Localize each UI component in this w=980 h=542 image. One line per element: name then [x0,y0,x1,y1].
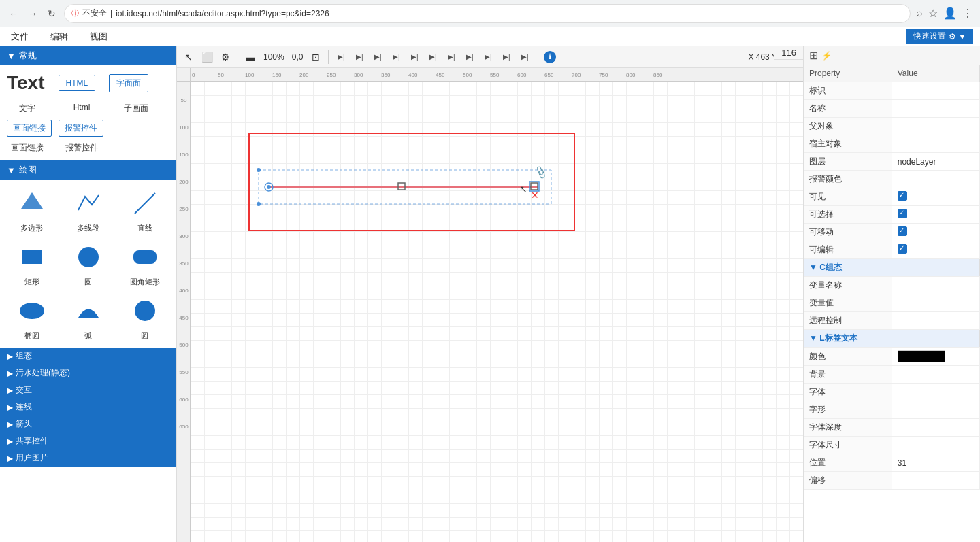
fit-tool[interactable]: ⊡ [308,49,324,65]
svg-text:800: 800 [626,72,636,78]
shape-rect[interactable]: 矩形 [7,240,56,287]
svg-text:100: 100 [179,124,189,131]
group-label-6: 共享控件 [16,435,48,447]
prop-value[interactable] [892,401,979,419]
svg-text:200: 200 [299,72,309,78]
prop-value[interactable] [892,348,979,366]
prop-value[interactable] [892,118,979,135]
prop-value[interactable]: 31 [892,454,979,472]
svg-text:350: 350 [381,72,391,78]
tool10[interactable]: ▶| [498,49,514,65]
shape-polygon[interactable]: 多边形 [7,186,56,233]
svg-text:250: 250 [327,72,336,78]
prop-value[interactable] [892,241,979,259]
tool2[interactable]: ▶| [351,49,368,65]
select-tool[interactable]: ↖ [180,49,197,65]
general-section-header[interactable]: ▼ 常规 [0,46,176,65]
shape-ellipse[interactable]: 椭圆 [7,294,56,341]
font-btn[interactable]: 字面面 [109,74,148,92]
menu-file[interactable]: 文件 [7,28,33,46]
forward-button[interactable]: → [26,7,39,20]
color-swatch-颜色[interactable] [898,350,945,362]
checkbox-可编辑[interactable] [898,244,907,254]
shape-rounded-rect[interactable]: 圆角矩形 [120,240,169,287]
tool7[interactable]: ▶| [443,49,459,65]
property-panel-scroll[interactable]: Property Value 标识 名称 父对象 [804,65,980,542]
html-btn[interactable]: HTML [59,75,96,91]
prop-value[interactable] [892,277,979,294]
prop-name: 变量值 [804,294,892,312]
menu-view[interactable]: 视图 [86,28,112,46]
tool6[interactable]: ▶| [425,49,441,65]
checkbox-可移动[interactable] [898,226,907,236]
group-组态[interactable]: ▶ 组态 [0,348,176,365]
minus-tool[interactable]: ▬ [242,49,259,65]
svg-rect-4 [133,250,157,264]
group-交互[interactable]: ▶ 交互 [0,382,176,399]
menu-icon[interactable]: ⋮ [962,7,973,20]
group-箭头[interactable]: ▶ 箭头 [0,416,176,433]
rect-label: 矩形 [24,277,39,287]
prop-value[interactable] [892,224,979,241]
prop-value[interactable] [892,294,979,312]
prop-value[interactable] [892,472,979,490]
prop-name: 可见 [804,188,892,206]
address-bar[interactable]: ⓘ 不安全 | iot.idosp.net/html/scada/editor.… [64,4,911,23]
tool1[interactable]: ▶| [333,49,349,65]
search-icon[interactable]: ⌕ [916,7,923,20]
prop-value[interactable] [892,366,979,384]
menu-edit[interactable]: 编辑 [46,28,72,46]
shape-circle2[interactable]: 圆 [120,294,169,341]
tool11[interactable]: ▶| [517,49,533,65]
prop-value[interactable] [892,206,979,224]
bookmark-icon[interactable]: ☆ [928,7,938,20]
svg-text:↖: ↖ [519,184,527,194]
quick-setting-btn[interactable]: 快速设置 ⚙ ▼ [906,29,973,44]
prop-value[interactable] [892,437,979,454]
tool5[interactable]: ▶| [406,49,423,65]
prop-value[interactable] [892,419,979,437]
tool4[interactable]: ▶| [388,49,404,65]
right-panel: ⊞ ⚡ Property Value 标识 名称 [803,46,980,542]
prop-value[interactable] [892,384,979,401]
account-icon[interactable]: 👤 [943,7,957,20]
frame-tool[interactable]: ⬜ [199,49,215,65]
canvas-viewport[interactable]: 📎 ✕ ↖ [191,82,803,542]
svg-text:100: 100 [245,72,255,78]
prop-row-宿主对象: 宿主对象 [804,135,980,153]
group-arrow-icon-3: ▶ [7,386,13,395]
refresh-button[interactable]: ↻ [45,7,59,20]
settings-tool[interactable]: ⚙ [217,49,233,65]
back-button[interactable]: ← [7,7,20,20]
prop-name: 父对象 [804,118,892,135]
group-用户图片[interactable]: ▶ 用户图片 [0,450,176,467]
shape-circle[interactable]: 圆 [63,240,113,287]
shape-polyline[interactable]: 多线段 [63,186,113,233]
prop-row-报警颜色: 报警颜色 [804,171,980,188]
alarm-btn[interactable]: 报警控件 [59,120,103,137]
prop-value[interactable] [892,100,979,118]
tool8[interactable]: ▶| [461,49,478,65]
group-label-5: 箭头 [16,418,32,430]
prop-value[interactable] [892,135,979,153]
prop-value[interactable] [892,82,979,100]
checkbox-可见[interactable] [898,191,907,201]
group-共享控件[interactable]: ▶ 共享控件 [0,433,176,450]
info-btn[interactable]: ℹ [544,51,556,63]
drawing-section-header[interactable]: ▼ 绘图 [0,160,176,180]
prop-value[interactable] [892,171,979,188]
tool3[interactable]: ▶| [370,49,386,65]
shape-line[interactable]: 直线 [120,186,169,233]
prop-value[interactable]: nodeLayer [892,153,979,171]
screen-link-btn[interactable]: 画面链接 [7,120,52,137]
group-污水处理[interactable]: ▶ 污水处理(静态) [0,365,176,382]
prop-value[interactable] [892,188,979,206]
tool9[interactable]: ▶| [480,49,496,65]
text-component[interactable]: Text [7,72,45,94]
prop-value[interactable] [892,312,979,330]
shape-arc[interactable]: 弧 [63,294,113,341]
checkbox-可选择[interactable] [898,209,907,218]
section-label-L标签文本: ▼ L标签文本 [804,330,980,348]
group-连线[interactable]: ▶ 连线 [0,399,176,416]
section-L标签文本: ▼ L标签文本 [804,330,980,348]
